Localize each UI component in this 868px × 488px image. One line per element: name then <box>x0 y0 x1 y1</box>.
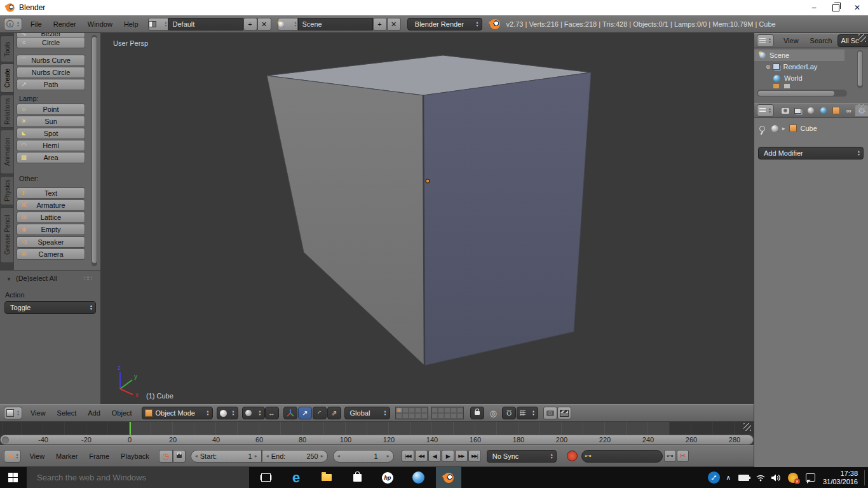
add-text-button[interactable]: F Text <box>17 187 85 199</box>
layer-cell[interactable] <box>444 413 451 419</box>
screen-layout-name[interactable]: Default <box>168 18 243 30</box>
hp-button[interactable]: hp <box>375 467 400 488</box>
browser-button[interactable] <box>405 467 431 488</box>
close-button[interactable]: ✕ <box>846 0 868 15</box>
opengl-render-image-button[interactable] <box>543 407 557 419</box>
editor-type-button[interactable]: ⓘ <box>4 18 22 30</box>
lock-to-scene-toggle[interactable] <box>470 407 484 419</box>
layer-cell[interactable] <box>415 407 421 413</box>
add-armature-button[interactable]: Ж Armature <box>17 200 85 211</box>
add-spot-lamp-button[interactable]: ◣ Spot <box>17 128 85 139</box>
add-area-lamp-button[interactable]: ▦ Area <box>17 152 85 163</box>
slider-left-arrow[interactable]: ◂ <box>195 453 198 459</box>
lock-frame-range-toggle[interactable] <box>173 450 186 463</box>
edge-button[interactable]: e <box>283 467 309 488</box>
screen-layout-icon-button[interactable] <box>148 18 168 30</box>
view3d-menu-view[interactable]: View <box>25 409 51 417</box>
show-desktop-button[interactable] <box>865 467 868 488</box>
view3d-editor-type-button[interactable] <box>4 407 22 419</box>
add-circle-button[interactable]: ○ Circle <box>17 37 85 48</box>
breadcrumb-object-name[interactable]: Cube <box>801 125 817 132</box>
task-view-button[interactable] <box>253 467 278 488</box>
add-speaker-button[interactable]: ◁) Speaker <box>17 236 85 248</box>
scene-icon-button[interactable] <box>278 18 298 30</box>
volume-icon[interactable] <box>771 473 782 482</box>
battery-icon[interactable] <box>738 475 749 481</box>
cube-right-face[interactable] <box>423 72 591 365</box>
menu-file[interactable]: File <box>25 20 48 28</box>
panel-drag-dots-icon[interactable]: ∷∷ <box>84 274 92 283</box>
outliner-hscrollbar[interactable] <box>757 90 847 97</box>
tab-tools[interactable]: Tools <box>0 36 13 62</box>
add-lattice-button[interactable]: ⊞ Lattice <box>17 212 85 223</box>
jump-to-start-button[interactable]: |◀◀ <box>402 450 414 462</box>
object-origin-dot[interactable] <box>426 179 430 183</box>
manipulate-center-points-toggle[interactable]: ↔ <box>265 407 279 419</box>
scene-name[interactable]: Scene <box>298 18 373 30</box>
play-button[interactable]: ▶ <box>442 450 454 462</box>
action-select[interactable]: Toggle <box>4 301 96 314</box>
tab-physics[interactable]: Physics <box>0 176 13 205</box>
layer-cell[interactable] <box>451 413 457 419</box>
timeline-menu-view[interactable]: View <box>24 452 50 460</box>
timeline-editor-type-button[interactable]: ◷ <box>4 450 21 463</box>
jump-to-end-button[interactable]: ▶▶| <box>468 450 481 462</box>
layer-cell[interactable] <box>451 407 457 413</box>
sync-mode-select[interactable]: No Sync <box>487 450 557 463</box>
add-hemi-lamp-button[interactable]: ◠ Hemi <box>17 140 85 151</box>
frame-end-field[interactable]: ◂ End: 250 ▸ <box>262 450 328 463</box>
layer-cell[interactable] <box>444 407 451 413</box>
add-camera-button[interactable]: ✇ Camera <box>17 248 85 260</box>
frame-start-field[interactable]: ◂ Start: 1 ▸ <box>191 450 262 463</box>
layer-cell[interactable] <box>421 413 428 419</box>
pivot-point-select[interactable] <box>242 407 265 419</box>
outliner-row-scene[interactable]: Scene <box>754 50 844 61</box>
properties-editor-type-button[interactable] <box>757 104 774 117</box>
layer-cell[interactable] <box>438 407 444 413</box>
layer-cell[interactable] <box>438 413 444 419</box>
layer-cell[interactable] <box>409 413 415 419</box>
view3d-menu-add[interactable]: Add <box>82 409 106 417</box>
slider-right-arrow[interactable]: ▸ <box>255 453 257 459</box>
taskbar-search-input[interactable] <box>27 467 249 488</box>
tray-app-icon[interactable]: ⊶ <box>708 471 720 484</box>
corner-resize-grip[interactable] <box>858 104 866 112</box>
start-button[interactable] <box>0 467 25 488</box>
outliner-menu-view[interactable]: View <box>778 37 804 44</box>
timeline-menu-marker[interactable]: Marker <box>50 452 83 460</box>
layer-cell[interactable] <box>457 407 463 413</box>
viewport-shading-select[interactable] <box>217 407 238 419</box>
corner-resize-grip[interactable] <box>743 423 751 431</box>
menu-window[interactable]: Window <box>82 20 118 28</box>
wifi-icon[interactable] <box>756 474 766 482</box>
layer-cell[interactable] <box>396 413 402 419</box>
menu-render[interactable]: Render <box>48 20 82 28</box>
layer-cell[interactable] <box>409 407 415 413</box>
next-keyframe-button[interactable]: ▶▶ <box>455 450 468 462</box>
action-center-icon[interactable] <box>806 473 815 482</box>
slider-right-arrow[interactable]: ▸ <box>387 453 390 459</box>
expand-icon[interactable]: ⊕ <box>766 64 771 70</box>
mode-select[interactable]: Object Mode <box>142 407 213 419</box>
outliner-vscrollbar-thumb[interactable] <box>858 51 862 86</box>
snap-element-select[interactable] <box>517 407 538 419</box>
outliner-hscrollbar-thumb[interactable] <box>758 91 834 96</box>
pin-icon[interactable] <box>759 126 765 132</box>
timeline-ruler[interactable]: -40-200204060801001201401601802002202402… <box>0 435 754 445</box>
delete-layout-button[interactable]: ✕ <box>257 18 271 30</box>
layer-cell[interactable] <box>421 407 428 413</box>
outliner-row-world[interactable]: World <box>754 72 803 84</box>
play-reverse-button[interactable]: ◀ <box>428 450 441 462</box>
layer-cell-active[interactable] <box>396 407 402 413</box>
tab-constraints[interactable]: ∞ <box>843 105 855 116</box>
menu-help[interactable]: Help <box>118 20 144 28</box>
outliner-menu-search[interactable]: Search <box>804 37 838 44</box>
tab-animation[interactable]: Animation <box>0 130 13 174</box>
add-modifier-select[interactable]: Add Modifier <box>758 147 864 159</box>
cube-object[interactable] <box>100 33 754 404</box>
translate-manipulator-button[interactable]: ↗ <box>298 407 312 419</box>
transform-orientation-select[interactable]: Global <box>344 407 390 419</box>
shelf-scrollbar[interactable] <box>92 35 97 266</box>
tray-expand-chevron[interactable]: ∧ <box>726 474 731 481</box>
outliner-row-renderlayer[interactable]: ⊕ RenderLay <box>754 61 817 72</box>
